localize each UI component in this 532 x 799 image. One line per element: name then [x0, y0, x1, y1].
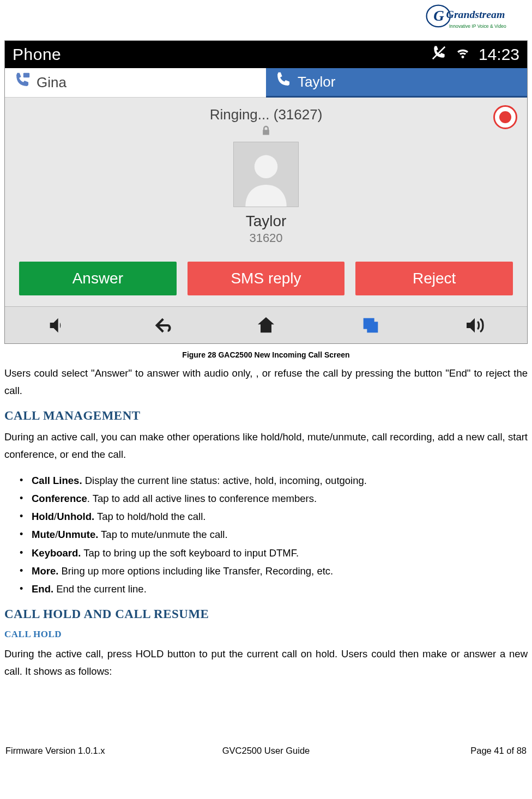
list-item: Keyboard. Tap to bring up the soft keybo…: [20, 544, 528, 562]
svg-point-4: [255, 155, 277, 178]
screenshot-incoming-call: Phone 14:23 Gina: [4, 40, 528, 344]
logo-tagline: Innovative IP Voice & Video: [449, 23, 506, 29]
android-status-bar: Phone 14:23: [5, 41, 527, 68]
answer-button[interactable]: Answer: [19, 262, 177, 295]
tab-taylor[interactable]: Taylor: [266, 68, 527, 98]
list-item: More. Bring up more options including li…: [20, 562, 528, 580]
brand-logo: G Grandstream Innovative IP Voice & Vide…: [425, 3, 528, 35]
svg-rect-3: [23, 73, 29, 78]
tab-label: Taylor: [298, 74, 335, 90]
recent-apps-icon[interactable]: [318, 307, 423, 343]
home-icon[interactable]: [214, 307, 318, 343]
tab-gina[interactable]: Gina: [5, 68, 266, 98]
phone-icon: [13, 71, 31, 94]
back-icon[interactable]: [110, 307, 214, 343]
list-item: Conference. Tap to add all active lines …: [20, 489, 528, 507]
list-item: End. End the current line.: [20, 580, 528, 598]
volume-up-icon[interactable]: [422, 307, 527, 343]
subheading-call-hold: CALL HOLD: [4, 629, 528, 640]
ringing-status: Ringing... (31627): [5, 106, 527, 123]
phone-icon: [274, 71, 292, 93]
call-action-row: Answer SMS reply Reject: [5, 255, 527, 306]
clock-text: 14:23: [479, 45, 519, 64]
paragraph-answer-note: Users could select "Answer" to answer wi…: [4, 365, 528, 400]
heading-call-hold-resume: CALL HOLD AND CALL RESUME: [4, 607, 528, 621]
logo-text: Grandstream: [446, 8, 505, 20]
sms-reply-button[interactable]: SMS reply: [188, 262, 345, 295]
record-indicator-icon[interactable]: [493, 105, 517, 129]
reject-button[interactable]: Reject: [355, 262, 513, 295]
app-title: Phone: [13, 45, 431, 64]
caller-name: Taylor: [5, 213, 527, 230]
call-info-area: Ringing... (31627) Taylor 31620: [5, 98, 527, 255]
figure-caption: Figure 28 GAC2500 New Incoming Call Scre…: [4, 350, 528, 359]
nav-bar: [5, 306, 527, 343]
footer-doc-title: GVC2500 User Guide: [179, 746, 353, 756]
caller-avatar: [233, 142, 299, 207]
page-footer: Firmware Version 1.0.1.x GVC2500 User Gu…: [4, 746, 528, 756]
wifi-icon: [455, 45, 471, 65]
list-item: Call Lines. Display the current line sta…: [20, 471, 528, 489]
list-item: Hold/Unhold. Tap to hold/hold the call.: [20, 507, 528, 525]
call-tabs: Gina Taylor: [5, 68, 527, 98]
tab-label: Gina: [37, 74, 66, 91]
list-item: Mute/Unmute. Tap to mute/unmute the call…: [20, 525, 528, 543]
feature-list: Call Lines. Display the current line sta…: [4, 471, 528, 598]
paragraph-call-hold: During the active call, press HOLD butto…: [4, 645, 528, 681]
volume-down-icon[interactable]: [5, 307, 110, 343]
lock-icon: [5, 125, 527, 138]
svg-text:G: G: [433, 8, 444, 24]
paragraph-call-management: During an active call, you can make othe…: [4, 428, 528, 464]
heading-call-management: CALL MANAGEMENT: [4, 409, 528, 423]
svg-rect-6: [367, 322, 378, 332]
footer-firmware: Firmware Version 1.0.1.x: [5, 746, 179, 756]
footer-page-number: Page 41 of 88: [353, 746, 527, 756]
caller-number: 31620: [5, 231, 527, 245]
handset-off-icon: [431, 45, 447, 65]
